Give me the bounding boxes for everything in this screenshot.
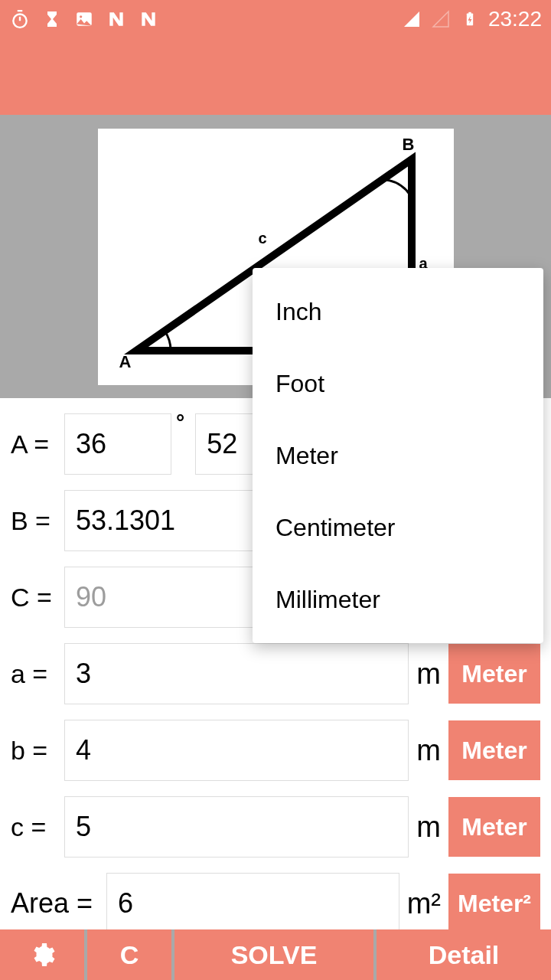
signal-icon [401, 8, 422, 30]
row-side-a: a = 3 m Meter [11, 635, 540, 712]
degree-symbol: ° [176, 410, 184, 435]
side-c-lbl: c = [11, 812, 64, 842]
solve-button[interactable]: SOLVE [174, 929, 373, 980]
area-unit-button[interactable]: Meter² [448, 874, 540, 933]
area-input[interactable]: 6 [106, 873, 399, 934]
vertex-b: B [403, 135, 415, 155]
side-c-unit-button[interactable]: Meter [448, 797, 540, 857]
signal-empty-icon [430, 8, 452, 30]
unit-option-millimeter[interactable]: Millimeter [253, 564, 543, 635]
svg-point-0 [13, 15, 26, 28]
angle-a-deg-input[interactable]: 36 [64, 413, 171, 475]
unit-dropdown: Inch Foot Meter Centimeter Millimeter [253, 268, 543, 643]
n-icon [106, 8, 127, 30]
settings-button[interactable] [0, 929, 84, 980]
gear-icon [28, 941, 56, 969]
app-header [0, 38, 551, 115]
n-icon-2 [138, 8, 159, 30]
area-unit: m² [407, 887, 441, 920]
side-a-unit: m [416, 658, 441, 691]
side-b-lbl: b = [11, 736, 64, 766]
side-b-input[interactable]: 4 [64, 720, 409, 781]
side-c-input[interactable]: 5 [64, 796, 409, 858]
angle-c-label: C = [11, 583, 64, 612]
row-side-b: b = 4 m Meter [11, 712, 540, 789]
svg-point-2 [80, 15, 82, 18]
svg-rect-4 [468, 12, 471, 15]
side-a-input[interactable]: 3 [64, 643, 409, 704]
angle-a-label: A = [11, 430, 64, 459]
unit-option-inch[interactable]: Inch [253, 276, 543, 348]
unit-option-meter[interactable]: Meter [253, 420, 543, 492]
bottom-bar: C SOLVE Detail [0, 929, 551, 980]
angle-b-label: B = [11, 506, 64, 536]
angle-b-input[interactable]: 53.1301 [64, 490, 271, 551]
stopwatch-icon [9, 8, 31, 30]
battery-icon [459, 8, 481, 30]
unit-option-centimeter[interactable]: Centimeter [253, 492, 543, 564]
image-icon [73, 8, 95, 30]
side-b-unit: m [416, 734, 441, 767]
angle-c-input[interactable]: 90 [64, 567, 271, 628]
side-a-lbl: a = [11, 659, 64, 689]
hourglass-icon [41, 8, 63, 30]
status-left [9, 8, 159, 30]
clear-button[interactable]: C [87, 929, 171, 980]
side-c-unit: m [416, 811, 441, 844]
area-label: Area = [11, 887, 106, 920]
status-time: 23:22 [488, 7, 542, 31]
status-bar: 23:22 [0, 0, 551, 38]
side-c-label: c [259, 230, 267, 247]
vertex-a: A [119, 352, 132, 372]
side-a-unit-button[interactable]: Meter [448, 644, 540, 704]
unit-option-foot[interactable]: Foot [253, 348, 543, 420]
row-side-c: c = 5 m Meter [11, 789, 540, 865]
detail-button[interactable]: Detail [377, 929, 551, 980]
side-b-unit-button[interactable]: Meter [448, 720, 540, 780]
status-right: 23:22 [401, 7, 542, 31]
